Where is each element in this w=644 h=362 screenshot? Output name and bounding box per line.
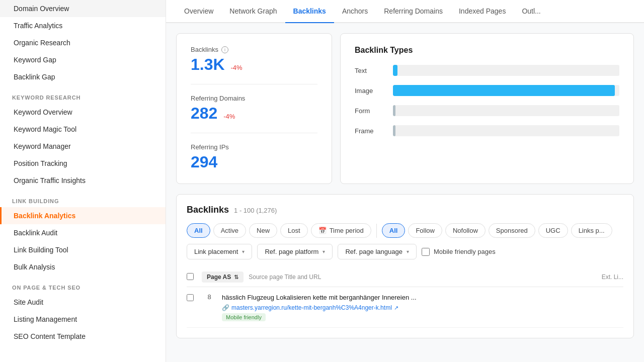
sidebar-item-keyword-overview[interactable]: Keyword Overview [0, 104, 166, 121]
link-icon: 🔗 [222, 304, 229, 311]
mobile-friendly-checkbox-label[interactable]: Mobile friendly pages [422, 248, 496, 256]
sidebar-item-site-audit[interactable]: Site Audit [0, 294, 166, 311]
tab-backlinks[interactable]: Backlinks [285, 0, 334, 23]
stat-referring-domains-label: Referring Domains [191, 95, 317, 102]
tab-overview[interactable]: Overview [176, 0, 221, 23]
filter-ugc[interactable]: UGC [538, 223, 568, 238]
tab-referring-domains[interactable]: Referring Domains [376, 0, 451, 23]
sidebar-item-label: Keyword Manager [14, 142, 71, 150]
dropdown-ref-page-language[interactable]: Ref. page language ▾ [338, 244, 416, 259]
backlinks-section-header: Backlinks 1 - 100 (1,276) [187, 205, 623, 215]
tab-outl[interactable]: Outl... [514, 0, 548, 23]
sidebar-section-keyword-research: KEYWORD RESEARCH Keyword Overview Keywor… [0, 85, 166, 189]
dropdown-link-placement[interactable]: Link placement ▾ [187, 244, 252, 259]
dropdown-row: Link placement ▾ Ref. page platform ▾ Re… [187, 244, 623, 259]
sidebar-item-label: Link Building Tool [14, 246, 68, 254]
row-url[interactable]: 🔗 masters.yarregion.ru/kette-mit-berganh… [222, 304, 623, 311]
sidebar-item-label: Site Audit [14, 298, 43, 306]
sidebar-item-organic-traffic-insights[interactable]: Organic Traffic Insights [0, 172, 166, 189]
row-page-as-value: 8 [202, 293, 217, 301]
bt-label-image: Image [355, 87, 385, 95]
sidebar-item-traffic-analytics[interactable]: Traffic Analytics [0, 17, 166, 34]
row-title: hässlich Flugzeug Lokalisieren kette mit… [222, 293, 623, 302]
col-header-page-as[interactable]: Page AS ⇅ [202, 272, 244, 283]
bt-row-text: Text [355, 65, 619, 76]
table-row: 8 hässlich Flugzeug Lokalisieren kette m… [187, 287, 623, 328]
filter-time-period[interactable]: 📅 Time period [311, 223, 371, 238]
bt-bar-form [393, 105, 395, 116]
filter-active[interactable]: Active [213, 223, 246, 238]
sidebar-item-label: Bulk Analysis [14, 263, 55, 271]
select-all-checkbox[interactable] [187, 273, 194, 280]
stat-backlinks-value-row: 1.3K -4% [191, 55, 317, 74]
stat-referring-domains-value: 282 [191, 104, 217, 122]
sidebar-item-label: Keyword Overview [14, 108, 72, 116]
top-row: Backlinks i 1.3K -4% Referring Domains 2… [176, 33, 634, 184]
tab-anchors[interactable]: Anchors [334, 0, 376, 23]
stat-referring-domains-value-row: 282 -4% [191, 104, 317, 123]
sidebar-item-label: Position Tracking [14, 159, 67, 167]
row-source: hässlich Flugzeug Lokalisieren kette mit… [222, 293, 623, 321]
filter-links-p[interactable]: Links p... [571, 223, 612, 238]
bt-bar-container-image [393, 85, 619, 96]
sidebar-section-link-building: LINK BUILDING Backlink Analytics Backlin… [0, 189, 166, 276]
sidebar-item-label: Keyword Magic Tool [14, 125, 76, 133]
bt-row-form: Form [355, 105, 619, 116]
sidebar-item-label: Keyword Gap [14, 56, 56, 64]
mobile-friendly-checkbox[interactable] [422, 248, 430, 256]
filter-new[interactable]: New [249, 223, 277, 238]
bt-bar-text [393, 65, 397, 76]
sidebar-item-backlink-analytics[interactable]: Backlink Analytics [0, 207, 166, 224]
bt-bar-frame [393, 125, 395, 136]
sidebar-item-keyword-magic-tool[interactable]: Keyword Magic Tool [0, 121, 166, 138]
backlinks-count: 1 - 100 (1,276) [234, 207, 277, 214]
stat-backlinks: Backlinks i 1.3K -4% [191, 46, 317, 84]
backlinks-section-title: Backlinks [187, 205, 229, 215]
sidebar-item-link-building-tool[interactable]: Link Building Tool [0, 241, 166, 258]
stat-referring-ips-value-row: 294 [191, 153, 317, 171]
table-header: Page AS ⇅ Source page Title and URL Ext.… [187, 267, 623, 287]
bt-label-form: Form [355, 107, 385, 115]
top-nav: Overview Network Graph Backlinks Anchors… [166, 0, 644, 23]
bt-label-frame: Frame [355, 127, 385, 135]
filter-divider [376, 224, 377, 238]
tab-indexed-pages[interactable]: Indexed Pages [451, 0, 514, 23]
sidebar-item-seo-content-template[interactable]: SEO Content Template [0, 328, 166, 345]
sidebar-section-on-page-seo: ON PAGE & TECH SEO Site Audit Listing Ma… [0, 276, 166, 345]
filter-nofollow[interactable]: Nofollow [445, 223, 486, 238]
filter-all-1[interactable]: All [187, 223, 210, 238]
sidebar-section-top: Domain Overview Traffic Analytics Organi… [0, 0, 166, 85]
filter-follow[interactable]: Follow [408, 223, 442, 238]
backlink-types-card: Backlink Types TextImageFormFrame [340, 33, 634, 184]
stats-card: Backlinks i 1.3K -4% Referring Domains 2… [176, 33, 332, 184]
sidebar-item-label: SEO Content Template [14, 332, 86, 340]
sidebar-item-keyword-gap[interactable]: Keyword Gap [0, 51, 166, 68]
sidebar-item-label: Listing Management [14, 315, 77, 323]
sidebar-item-organic-research[interactable]: Organic Research [0, 34, 166, 51]
bt-bar-container-form [393, 105, 619, 116]
filter-lost[interactable]: Lost [280, 223, 308, 238]
sidebar-item-backlink-gap[interactable]: Backlink Gap [0, 68, 166, 85]
sidebar-item-keyword-manager[interactable]: Keyword Manager [0, 138, 166, 155]
backlink-types-title: Backlink Types [355, 46, 619, 55]
stat-backlinks-value: 1.3K [191, 55, 225, 73]
sidebar-item-bulk-analysis[interactable]: Bulk Analysis [0, 258, 166, 276]
filter-all-2[interactable]: All [382, 223, 406, 238]
row-checkbox[interactable] [187, 294, 194, 301]
filter-sponsored[interactable]: Sponsored [489, 223, 535, 238]
backlinks-info-icon[interactable]: i [221, 46, 228, 53]
sidebar-item-backlink-audit[interactable]: Backlink Audit [0, 224, 166, 241]
sidebar-item-domain-overview[interactable]: Domain Overview [0, 0, 166, 17]
dropdown-ref-page-platform[interactable]: Ref. page platform ▾ [257, 244, 333, 259]
bt-bar-image [393, 85, 615, 96]
sidebar-section-label-link-building: LINK BUILDING [0, 189, 166, 207]
sidebar-item-label: Organic Research [14, 39, 70, 47]
sidebar-section-label-keyword: KEYWORD RESEARCH [0, 85, 166, 104]
sidebar-item-listing-management[interactable]: Listing Management [0, 311, 166, 328]
sidebar-item-position-tracking[interactable]: Position Tracking [0, 155, 166, 172]
sort-icon: ⇅ [234, 274, 238, 281]
tab-network-graph[interactable]: Network Graph [221, 0, 285, 23]
external-link-icon: ↗ [394, 305, 398, 311]
sidebar-item-label: Backlink Analytics [14, 212, 75, 220]
bt-bar-container-text [393, 65, 619, 76]
